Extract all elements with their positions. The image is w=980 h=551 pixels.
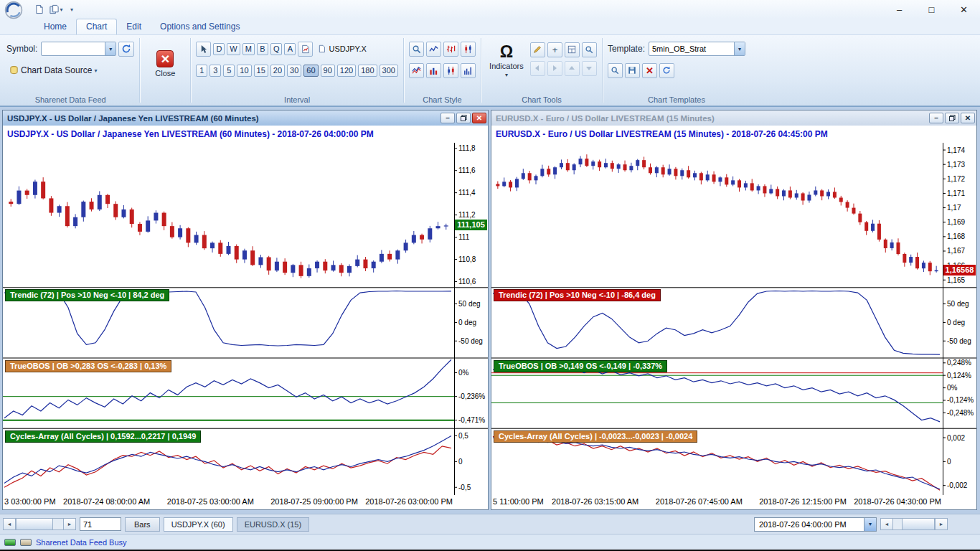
interval-120-button[interactable]: 120 (337, 65, 356, 77)
nav-back-button[interactable] (547, 61, 562, 76)
open-document-button[interactable]: ▾ (49, 3, 63, 16)
axis-tick-label: -0,471% (458, 416, 485, 424)
titlebar[interactable]: ▾ ▾ – □ ✕ (0, 0, 980, 19)
window-minimize-icon[interactable]: – (440, 113, 455, 123)
interval-b-button[interactable]: B (257, 43, 268, 55)
nav-first-button[interactable] (530, 61, 545, 76)
draw-tools-button[interactable] (530, 42, 545, 57)
new-document-button[interactable] (32, 3, 46, 16)
symbol-combobox[interactable]: ▾ (41, 42, 116, 56)
interval-15-button[interactable]: 15 (254, 65, 268, 77)
interval-90-button[interactable]: 90 (321, 65, 335, 77)
style-select-button[interactable] (409, 42, 424, 57)
interval-30-button[interactable]: 30 (287, 65, 301, 77)
crosshair-button[interactable]: + (547, 42, 562, 57)
interval-20-button[interactable]: 20 (270, 65, 285, 77)
style-ohlc-button[interactable] (443, 42, 458, 57)
pointer-tool-button[interactable] (196, 42, 211, 57)
interval-daily-button[interactable]: D (213, 43, 225, 55)
style-multiline-button[interactable] (409, 63, 424, 78)
chart-body[interactable]: 111,8111,6111,4111,2111110,8110,650 deg0… (3, 143, 488, 495)
window-close-icon[interactable]: ✕ (961, 113, 975, 123)
tab-home[interactable]: Home (34, 19, 76, 34)
close-button[interactable]: ✕ (948, 0, 980, 19)
datetime-value[interactable]: 2018-07-26 04:00:00 PM (755, 520, 864, 529)
scroll-right-icon[interactable]: ► (63, 519, 75, 529)
save-template-button[interactable] (625, 63, 640, 78)
style-line-button[interactable] (426, 42, 441, 57)
style-bar-button[interactable] (426, 63, 441, 78)
chart-window-titlebar[interactable]: EURUSD.X - Euro / US Dollar LIVESTREAM (… (491, 110, 976, 126)
interval-weekly-button[interactable]: W (227, 43, 240, 55)
nav-forward-button[interactable] (565, 61, 580, 76)
chart-data-source-button[interactable]: Chart Data Source ▾ (6, 63, 100, 78)
tab-edit[interactable]: Edit (117, 19, 151, 34)
bars-count-input[interactable] (80, 517, 121, 531)
refresh-symbol-button[interactable] (118, 42, 134, 57)
chart-tab-usdjpy[interactable]: USDJPY.X (60) (164, 517, 233, 532)
new-chart-button[interactable] (298, 42, 313, 57)
chart-window-titlebar[interactable]: USDJPY.X - US Dollar / Japanese Yen LIVE… (3, 110, 488, 126)
zoom-button[interactable] (582, 42, 597, 57)
layout-grid-button[interactable] (565, 42, 580, 57)
indicator-label-badge[interactable]: Cycles-Array (All Cycles) | 0,1592...0,2… (5, 430, 201, 443)
nav-last-button[interactable] (582, 61, 597, 76)
tab-chart[interactable]: Chart (76, 19, 117, 34)
chart-window-usdjpy[interactable]: USDJPY.X - US Dollar / Japanese Yen LIVE… (2, 110, 489, 510)
chevron-down-icon[interactable]: ▾ (864, 518, 876, 531)
interval-quarterly-button[interactable]: Q (270, 43, 283, 55)
interval-monthly-button[interactable]: M (242, 43, 255, 55)
interval-60-button[interactable]: 60 (303, 65, 318, 77)
chevron-down-icon[interactable]: ▾ (105, 42, 116, 55)
x-axis-labels: 5 11:00:00 PM 2018-07-26 03:15:00 AM 201… (491, 495, 943, 509)
scrollbar-thumb[interactable] (16, 519, 53, 529)
indicator-label-badge[interactable]: Cycles-Array (All Cycles) | -0,0023...-0… (494, 430, 697, 443)
right-chart-scrollbar[interactable]: ◄ ► (880, 518, 948, 530)
window-restore-icon[interactable] (945, 113, 959, 123)
template-combobox-value[interactable]: 5min_OB_Strat (649, 42, 734, 55)
window-minimize-icon[interactable]: – (929, 113, 943, 123)
scroll-left-icon[interactable]: ◄ (881, 519, 893, 529)
interval-3-button[interactable]: 3 (209, 65, 221, 77)
symbol-combobox-value[interactable] (42, 42, 105, 55)
window-restore-icon[interactable] (456, 113, 471, 123)
interval-5-button[interactable]: 5 (223, 65, 235, 77)
tab-options-settings[interactable]: Options and Settings (151, 19, 249, 34)
interval-annual-button[interactable]: A (284, 43, 296, 55)
minimize-button[interactable]: – (883, 0, 915, 19)
indicators-button[interactable]: Ω Indicators ▾ (486, 38, 527, 84)
datetime-combobox[interactable]: 2018-07-26 04:00:00 PM ▾ (754, 517, 877, 532)
indicator-label-badge[interactable]: TrueOBOS | OB >0,149 OS <-0,149 | -0,337… (494, 360, 667, 372)
chart-window-eurusd[interactable]: EURUSD.X - Euro / US Dollar LIVESTREAM (… (491, 110, 977, 510)
interval-10-button[interactable]: 10 (237, 65, 251, 77)
interval-300-button[interactable]: 300 (380, 65, 398, 77)
style-candle2-button[interactable] (443, 63, 458, 78)
template-combobox[interactable]: 5min_OB_Strat ▾ (649, 42, 745, 56)
scrollbar-track[interactable] (53, 519, 63, 529)
style-histogram-button[interactable] (461, 63, 476, 78)
scrollbar-thumb[interactable] (902, 519, 935, 529)
chart-body[interactable]: 1,1741,1731,1721,1711,171,1691,1681,1671… (491, 143, 976, 495)
indicator-label-badge[interactable]: TrueOBOS | OB >0,283 OS <-0,283 | 0,13% (5, 360, 171, 372)
scroll-left-icon[interactable]: ◄ (4, 519, 16, 529)
close-chart-button[interactable]: ✕ Close (145, 41, 185, 87)
indicator-label-badge[interactable]: Trendic (72) | Pos >10 Neg <-10 | 84,2 d… (5, 289, 169, 301)
chart-tab-eurusd[interactable]: EURUSD.X (15) (237, 517, 309, 532)
scrollbar-track[interactable] (893, 519, 902, 529)
delete-template-button[interactable]: ✕ (642, 63, 657, 78)
chevron-down-icon[interactable]: ▾ (734, 42, 745, 55)
left-chart-scrollbar[interactable]: ◄ ► (3, 518, 76, 530)
apply-template-button[interactable] (608, 63, 623, 78)
style-candlestick-button[interactable] (461, 42, 476, 57)
scroll-right-icon[interactable]: ► (935, 519, 947, 529)
maximize-button[interactable]: □ (915, 0, 948, 19)
group-caption: Chart Tools (481, 95, 602, 104)
window-close-icon[interactable]: ✕ (472, 113, 486, 123)
interval-1-button[interactable]: 1 (196, 65, 207, 77)
refresh-templates-button[interactable] (659, 63, 674, 78)
qat-customize-icon[interactable]: ▾ (70, 6, 73, 13)
mdi-area: USDJPY.X - US Dollar / Japanese Yen LIVE… (0, 106, 980, 514)
last-price-badge: 1,16568 (943, 265, 976, 276)
interval-180-button[interactable]: 180 (358, 65, 377, 77)
indicator-label-badge[interactable]: Trendic (72) | Pos >10 Neg <-10 | -86,4 … (494, 289, 661, 301)
